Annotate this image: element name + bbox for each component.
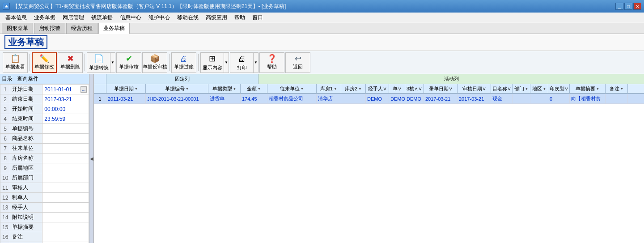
help-button[interactable]: ❓帮助 <box>259 52 284 73</box>
menu-item-移动在线[interactable]: 移动在线 <box>174 13 202 22</box>
sort-icon-type: ▼ <box>233 87 237 91</box>
close-button[interactable]: ✕ <box>633 3 641 10</box>
cell-handler: DEMO <box>366 94 389 103</box>
convert-arrow[interactable]: ▼ <box>110 52 115 73</box>
menu-item-维护中心[interactable]: 维护中心 <box>145 13 174 22</box>
col-header-recordDate[interactable]: 录单日期∨ <box>424 84 458 93</box>
window-title: 【某某商贸公司】T1-商贸宝批发零售网店版体验版（客户端 V 11.1）【限时体… <box>13 3 615 10</box>
col-header-no[interactable]: 单据编号 ▼ <box>146 84 208 93</box>
col-header-reviewDate[interactable]: 审核日期∨ <box>458 84 491 93</box>
sort-icon-partner: ▼ <box>301 87 304 91</box>
toolbar-sep-after-view <box>30 54 30 71</box>
col-header-type[interactable]: 单据类型 ▼ <box>208 84 241 93</box>
row-value-15[interactable] <box>42 222 89 232</box>
activity-section-label: 活动列 <box>258 74 644 84</box>
review-button[interactable]: ✔单据审核 <box>116 52 141 73</box>
row-label-11: 审核人 <box>10 183 42 193</box>
minimize-button[interactable]: _ <box>615 3 623 10</box>
menu-item-帮助[interactable]: 帮助 <box>231 13 249 22</box>
unreview-button[interactable]: 📦单据反审核 <box>142 52 167 73</box>
convert-button[interactable]: 📄单据转换 <box>87 52 110 73</box>
query-row-13: 13经手人 <box>0 203 89 213</box>
display-button[interactable]: ⊞显示内容 <box>200 52 224 73</box>
col-header-reviewer3[interactable]: 3核∧∨ <box>405 84 424 93</box>
sort-icon-note: ▼ <box>620 87 624 91</box>
app-icon: ★ <box>3 3 10 10</box>
menu-item-窗口[interactable]: 窗口 <box>249 13 267 22</box>
col-header-wh1[interactable]: 库房1 ▼ <box>317 84 341 93</box>
display-arrow[interactable]: ▼ <box>224 52 229 73</box>
grid-col-headers: 单据日期 ▼单据编号 ▼单据类型 ▼金额 ▼往来单位 ▼库房1 ▼库房2 ▼经手… <box>94 84 644 94</box>
row-value-11[interactable] <box>42 183 89 193</box>
col-header-dept[interactable]: 部门 ▼ <box>513 84 530 93</box>
col-header-partner[interactable]: 往来单位 ▼ <box>267 84 317 93</box>
row-value-1[interactable]: 2011-01-01… <box>42 85 89 94</box>
row-label-6: 商品名称 <box>10 134 42 144</box>
cell-printCount: 0 <box>548 94 570 103</box>
menu-item-业务单据[interactable]: 业务单据 <box>30 13 59 22</box>
row-value-12[interactable] <box>42 193 89 203</box>
row-value-16[interactable] <box>42 232 89 242</box>
btn-group-print: 🖨打印▼ <box>230 52 258 73</box>
print-arrow[interactable]: ▼ <box>253 52 258 73</box>
menu-item-高级应用[interactable]: 高级应用 <box>202 13 231 22</box>
col-header-summary[interactable]: 单据摘要 ▼ <box>570 84 606 93</box>
row-value-8[interactable] <box>42 153 89 163</box>
row-num-6: 6 <box>0 134 10 144</box>
back-button[interactable]: ↩返回 <box>285 52 310 73</box>
delete-button[interactable]: ✖单据删除 <box>58 52 83 73</box>
row-value-10[interactable] <box>42 173 89 183</box>
row-value-6[interactable] <box>42 134 89 144</box>
tab-启动报警[interactable]: 启动报警 <box>34 23 65 34</box>
row-num-15: 15 <box>0 222 10 232</box>
col-header-region[interactable]: 地区 ▼ <box>530 84 548 93</box>
query-row-12: 12制单人 <box>0 193 89 203</box>
col-header-wh2[interactable]: 库房2 ▼ <box>341 84 366 93</box>
row-value-2[interactable]: 2017-03-21 <box>42 94 89 104</box>
row-value-14[interactable] <box>42 213 89 222</box>
col-header-payType[interactable]: 目名称∨ <box>491 84 513 93</box>
row-label-2: 结束日期 <box>10 94 42 104</box>
row-value-7[interactable] <box>42 144 89 153</box>
view-button[interactable]: 📋单据查看 <box>3 52 28 73</box>
row-label-12: 制单人 <box>10 193 42 203</box>
col-header-amount[interactable]: 金额 ▼ <box>241 84 267 93</box>
collapse-handle[interactable]: ◀ <box>89 74 94 243</box>
row-num-5: 5 <box>0 124 10 134</box>
print-button[interactable]: 🖨打印 <box>230 52 253 73</box>
menu-item-钱流单据[interactable]: 钱流单据 <box>88 13 116 22</box>
col-header-date[interactable]: 单据日期 ▼ <box>106 84 146 93</box>
cell-reviewDate: 2017-03-21 <box>458 94 491 103</box>
header-query[interactable]: 查询条件 <box>17 75 38 83</box>
row-value-5[interactable] <box>42 124 89 134</box>
tab-经营历程[interactable]: 经营历程 <box>66 23 97 34</box>
restore-button[interactable]: □ <box>624 3 632 10</box>
row-value-13[interactable] <box>42 203 89 213</box>
row-num-4: 4 <box>0 114 10 124</box>
value-picker-btn-1[interactable]: … <box>80 86 87 93</box>
row-value-4[interactable]: 23:59:59 <box>42 114 89 124</box>
query-row-5: 5单据编号 <box>0 124 89 134</box>
toolbar-sep-after-post <box>198 54 199 71</box>
grid-row-1[interactable]: 12011-03-21JHD-2011-03-21-00001进货单174.45… <box>94 94 644 104</box>
cell-wh1: 清华店 <box>317 94 341 103</box>
col-header-seq[interactable] <box>94 84 106 93</box>
col-header-handler[interactable]: 经手人∨ <box>366 84 389 93</box>
tab-图形菜单[interactable]: 图形菜单 <box>2 23 33 34</box>
row-value-9[interactable] <box>42 163 89 173</box>
tab-业务草稿[interactable]: 业务草稿 <box>98 23 130 34</box>
cell-partner: 稻香村食品公司 <box>267 94 317 103</box>
edit-button[interactable]: ✏️单据修改 <box>32 52 57 73</box>
menu-item-网店管理[interactable]: 网店管理 <box>59 13 88 22</box>
row-value-3[interactable]: 00:00:00 <box>42 104 89 114</box>
col-header-maker[interactable]: 单∨ <box>389 84 405 93</box>
cell-dept <box>513 94 530 103</box>
menu-item-基本信息[interactable]: 基本信息 <box>2 13 30 22</box>
post-button[interactable]: 🖨单据过账 <box>171 52 196 73</box>
header-directory[interactable]: 目录 <box>2 75 13 83</box>
menu-item-信息中心[interactable]: 信息中心 <box>116 13 145 22</box>
col-header-printCount[interactable]: 印次划∨ <box>548 84 570 93</box>
grid-body: 12011-03-21JHD-2011-03-21-00001进货单174.45… <box>94 94 644 243</box>
col-header-note[interactable]: 备注 ▼ <box>606 84 628 93</box>
cell-type: 进货单 <box>208 94 241 103</box>
